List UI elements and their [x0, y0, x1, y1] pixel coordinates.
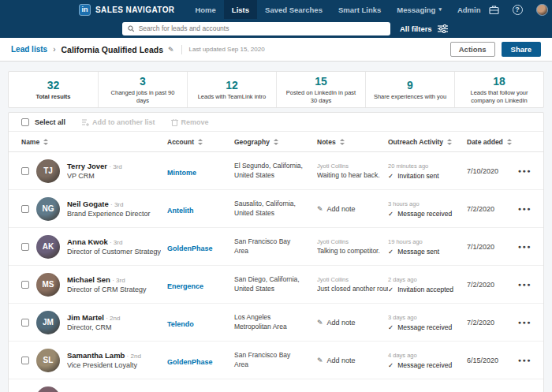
- all-filters-label: All filters: [400, 24, 432, 33]
- nav-item-smart-links[interactable]: Smart Links: [330, 0, 389, 19]
- stat-total-results[interactable]: 32Total results: [9, 72, 98, 107]
- nav-item-label: Smart Links: [338, 6, 381, 14]
- select-all-control[interactable]: Select all: [21, 118, 65, 126]
- linkedin-logo-icon[interactable]: in: [79, 4, 91, 16]
- overflow-menu-button[interactable]: ●●●: [513, 244, 531, 249]
- all-filters-button[interactable]: All filters: [400, 24, 448, 33]
- overflow-menu-button[interactable]: ●●●: [513, 206, 531, 211]
- nav-item-admin[interactable]: Admin: [449, 0, 489, 19]
- account-link[interactable]: GoldenPhase: [167, 358, 213, 366]
- lead-name-link[interactable]: Anna Kwok · 3rd: [67, 237, 161, 246]
- row-checkbox[interactable]: [21, 205, 29, 213]
- sort-icon[interactable]: [43, 139, 48, 145]
- row-checkbox[interactable]: [21, 319, 29, 327]
- app-title: SALES NAVIGATOR: [95, 6, 174, 14]
- stat-value: 18: [493, 75, 505, 88]
- nav-item-home[interactable]: Home: [187, 0, 223, 19]
- bulk-actions-toolbar: Select all Add to another list Remove: [9, 113, 543, 131]
- lead-avatar[interactable]: MS: [36, 273, 60, 297]
- row-checkbox[interactable]: [21, 357, 29, 364]
- lead-avatar[interactable]: NG: [36, 197, 60, 221]
- lead-name-link[interactable]: Michael Sen · 3rd: [67, 275, 147, 284]
- help-icon[interactable]: ?: [513, 5, 523, 15]
- overflow-menu-button[interactable]: ●●●: [513, 282, 531, 287]
- row-checkbox[interactable]: [21, 167, 29, 175]
- outreach-cell: 3 days ago✓Message received: [388, 314, 467, 331]
- stat-value: 3: [140, 75, 146, 88]
- lead-avatar[interactable]: SL: [36, 349, 60, 372]
- lead-name-block: Terry Jover · 3rdVP CRM: [67, 162, 122, 180]
- add-note-label: Add note: [327, 319, 356, 327]
- nav-item-messaging[interactable]: Messaging▾: [389, 0, 449, 19]
- nav-item-saved-searches[interactable]: Saved Searches: [257, 0, 330, 19]
- sort-icon[interactable]: [340, 139, 345, 145]
- note-text[interactable]: Talking to competitor.: [317, 247, 388, 255]
- account-link[interactable]: GoldenPhase: [167, 245, 213, 252]
- lead-name-link[interactable]: Neil Gogate · 3rd: [67, 200, 151, 208]
- row-checkbox[interactable]: [21, 243, 29, 251]
- overflow-menu-button[interactable]: ●●●: [513, 357, 531, 363]
- lead-cell: AKAnna Kwok · 3rdDirector of Customer St…: [21, 235, 167, 259]
- column-header-account[interactable]: Account: [167, 138, 234, 146]
- stat-value: 32: [47, 79, 60, 91]
- column-header-notes[interactable]: Notes: [317, 138, 388, 146]
- select-all-checkbox[interactable]: [21, 118, 29, 126]
- search-input[interactable]: [139, 24, 385, 32]
- account-link[interactable]: Telendo: [167, 320, 194, 328]
- date-added-cell: 7/2/2020: [467, 319, 513, 327]
- lead-name-link[interactable]: Samantha Lamb · 2nd: [67, 351, 141, 360]
- lead-name-link[interactable]: Jim Martel · 2nd: [67, 313, 120, 322]
- trash-icon: [171, 118, 178, 126]
- table-row: NGNeil Gogate · 3rdBrand Experience Dire…: [9, 190, 543, 228]
- sort-down-arrow: [447, 143, 452, 145]
- lead-avatar[interactable]: LB: [36, 386, 60, 392]
- note-text[interactable]: Waiting to hear back.: [317, 171, 388, 179]
- sort-icon[interactable]: [447, 139, 452, 145]
- lead-avatar[interactable]: JM: [36, 311, 60, 334]
- actions-button[interactable]: Actions: [450, 42, 495, 57]
- check-icon: ✓: [388, 172, 393, 180]
- geography-cell: El Segundo, California, United States: [234, 162, 317, 180]
- sort-icon[interactable]: [507, 139, 512, 145]
- stat-share-experiences-with-you[interactable]: 9Share experiences with you: [365, 72, 454, 107]
- page-header-row: Lead lists › California Qualified Leads …: [0, 38, 552, 62]
- note-text[interactable]: Just closed another round..: [317, 285, 388, 293]
- sort-icon[interactable]: [198, 139, 203, 145]
- lead-name-link[interactable]: Terry Jover · 3rd: [67, 162, 122, 170]
- overflow-menu-button[interactable]: ●●●: [513, 168, 531, 174]
- stat-leads-with-teamlink-intro[interactable]: 12Leads with TeamLink intro: [187, 72, 276, 107]
- share-button[interactable]: Share: [502, 42, 541, 57]
- column-header-geography[interactable]: Geography: [234, 138, 317, 146]
- row-checkbox[interactable]: [21, 281, 29, 289]
- account-link[interactable]: Mintome: [167, 169, 196, 177]
- note-author: Jyoti Collins: [317, 276, 388, 283]
- stat-leads-that-follow-your-company-on-linkedin[interactable]: 18Leads that follow your company on Link…: [454, 72, 543, 107]
- breadcrumb-lead-lists-link[interactable]: Lead lists: [11, 45, 47, 54]
- column-header-name[interactable]: Name: [21, 138, 167, 146]
- add-to-another-list-button[interactable]: Add to another list: [81, 118, 155, 126]
- lead-avatar[interactable]: TJ: [36, 159, 60, 183]
- search-box[interactable]: [122, 22, 390, 35]
- briefcase-icon[interactable]: [489, 5, 499, 15]
- activity-status-label: Message sent: [397, 248, 439, 256]
- account-link[interactable]: Energence: [167, 282, 203, 290]
- column-header-date-added[interactable]: Date added: [467, 138, 513, 146]
- note-author: Jyoti Collins: [317, 238, 388, 245]
- overflow-menu-button[interactable]: ●●●: [513, 319, 531, 325]
- add-note-button[interactable]: ✎Add note: [317, 357, 388, 364]
- user-avatar[interactable]: [536, 4, 548, 16]
- edit-title-icon[interactable]: ✎: [168, 46, 174, 54]
- lead-title: Brand Experience Director: [67, 210, 151, 218]
- remove-button[interactable]: Remove: [171, 118, 209, 126]
- nav-item-lists[interactable]: Lists: [224, 0, 257, 19]
- brand[interactable]: in SALES NAVIGATOR: [79, 4, 174, 16]
- sort-icon[interactable]: [274, 139, 278, 145]
- lead-avatar[interactable]: AK: [36, 235, 60, 259]
- add-note-button[interactable]: ✎Add note: [317, 319, 388, 327]
- column-header-outreach-activity[interactable]: Outreach Activity: [388, 138, 467, 146]
- add-note-button[interactable]: ✎Add note: [317, 205, 388, 213]
- filters-sliders-icon: [438, 24, 448, 33]
- account-link[interactable]: Antelith: [167, 207, 194, 215]
- stat-posted-on-linkedin-in-past-30-days[interactable]: 15Posted on LinkedIn in past 30 days: [276, 72, 365, 107]
- stat-changed-jobs-in-past-90-days[interactable]: 3Changed jobs in past 90 days: [98, 72, 187, 107]
